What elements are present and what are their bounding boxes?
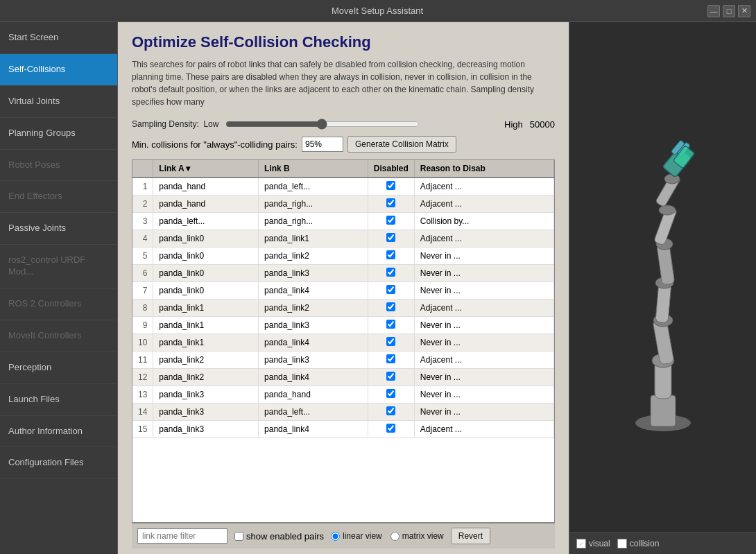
col-disabled[interactable]: Disabled xyxy=(368,160,414,178)
main-layout: Start Screen Self-Collisions Virtual Joi… xyxy=(0,22,756,554)
row-disabled[interactable] xyxy=(368,300,414,317)
collision-table-scroll[interactable]: Link A ▾ Link B Disabled Reason to Disab… xyxy=(132,160,554,522)
linear-view-label[interactable]: linear view xyxy=(331,531,382,541)
sidebar-item-launch-files[interactable]: Launch Files xyxy=(0,384,117,416)
col-reason[interactable]: Reason to Disab xyxy=(414,160,553,178)
content-main: Optimize Self-Collision Checking This se… xyxy=(118,22,569,554)
sampling-density-label: Sampling Density: Low xyxy=(132,119,218,129)
col-num xyxy=(132,160,153,178)
row-num: 13 xyxy=(132,386,153,404)
matrix-view-radio[interactable] xyxy=(390,532,400,541)
row-disabled[interactable] xyxy=(368,352,414,369)
table-row: 12 panda_link2 panda_link4 Never in ... xyxy=(132,369,554,386)
table-row: 2 panda_hand panda_righ... Adjacent ... xyxy=(132,196,554,213)
close-button[interactable]: ✕ xyxy=(738,5,750,17)
min-collisions-input[interactable] xyxy=(302,137,343,152)
row-reason: Never in ... xyxy=(414,386,553,404)
row-disabled[interactable] xyxy=(368,282,414,300)
row-disabled[interactable] xyxy=(368,213,414,230)
row-link-a: panda_link2 xyxy=(153,369,259,386)
view-controls: ✓ visual collision xyxy=(569,533,756,554)
sidebar-item-perception[interactable]: Perception xyxy=(0,352,117,384)
table-row: 10 panda_link1 panda_link4 Never in ... xyxy=(132,334,554,352)
row-link-b: panda_link2 xyxy=(259,248,368,265)
link-name-filter-input[interactable] xyxy=(137,528,227,544)
row-reason: Adjacent ... xyxy=(414,421,553,438)
sidebar-item-planning-groups[interactable]: Planning Groups xyxy=(0,118,117,150)
row-disabled[interactable] xyxy=(368,196,414,213)
show-enabled-pairs-toggle[interactable]: show enabled pairs xyxy=(234,531,324,542)
min-collisions-row: Min. collisions for "always"-colliding p… xyxy=(132,136,555,153)
row-disabled[interactable] xyxy=(368,334,414,352)
row-num: 6 xyxy=(132,265,153,282)
revert-button[interactable]: Revert xyxy=(451,528,490,544)
row-disabled[interactable] xyxy=(368,317,414,334)
row-disabled[interactable] xyxy=(368,404,414,421)
collision-checkbox-icon xyxy=(617,539,627,548)
high-label: High xyxy=(504,119,523,130)
collision-table: Link A ▾ Link B Disabled Reason to Disab… xyxy=(132,160,554,438)
row-link-a: panda_link1 xyxy=(153,334,259,352)
row-disabled[interactable] xyxy=(368,248,414,265)
table-row: 1 panda_hand panda_left... Adjacent ... xyxy=(132,178,554,196)
sampling-density-slider[interactable] xyxy=(225,118,420,130)
table-row: 3 panda_left... panda_righ... Collision … xyxy=(132,213,554,230)
col-link-a[interactable]: Link A ▾ xyxy=(153,160,259,178)
row-num: 10 xyxy=(132,334,153,352)
row-reason: Never in ... xyxy=(414,369,553,386)
row-link-b: panda_left... xyxy=(259,404,368,421)
row-disabled[interactable] xyxy=(368,421,414,438)
row-disabled[interactable] xyxy=(368,265,414,282)
row-disabled[interactable] xyxy=(368,369,414,386)
row-disabled[interactable] xyxy=(368,230,414,248)
row-num: 8 xyxy=(132,300,153,317)
visual-toggle[interactable]: ✓ visual xyxy=(576,539,610,548)
minimize-button[interactable]: — xyxy=(707,5,720,17)
sidebar-item-passive-joints[interactable]: Passive Joints xyxy=(0,213,117,245)
row-num: 9 xyxy=(132,317,153,334)
row-reason: Never in ... xyxy=(414,282,553,300)
sidebar-item-end-effectors: End Effectors xyxy=(0,181,117,213)
maximize-button[interactable]: □ xyxy=(723,5,735,17)
table-row: 4 panda_link0 panda_link1 Adjacent ... xyxy=(132,230,554,248)
svg-point-11 xyxy=(659,205,676,215)
show-enabled-checkbox[interactable] xyxy=(234,532,243,541)
row-reason: Never in ... xyxy=(414,317,553,334)
row-num: 11 xyxy=(132,352,153,369)
row-link-b: panda_link2 xyxy=(259,300,368,317)
sidebar-item-self-collisions[interactable]: Self-Collisions xyxy=(0,54,117,86)
sidebar-item-virtual-joints[interactable]: Virtual Joints xyxy=(0,86,117,118)
content-area: Optimize Self-Collision Checking This se… xyxy=(118,22,569,554)
generate-collision-matrix-button[interactable]: Generate Collision Matrix xyxy=(347,136,456,153)
row-reason: Adjacent ... xyxy=(414,352,553,369)
row-link-a: panda_link3 xyxy=(153,404,259,421)
density-value: 50000 xyxy=(530,119,555,130)
row-reason: Never in ... xyxy=(414,404,553,421)
window-controls[interactable]: — □ ✕ xyxy=(707,5,750,17)
table-row: 5 panda_link0 panda_link2 Never in ... xyxy=(132,248,554,265)
row-num: 12 xyxy=(132,369,153,386)
table-row: 6 panda_link0 panda_link3 Never in ... xyxy=(132,265,554,282)
sidebar-item-configuration-files[interactable]: Configuration Files xyxy=(0,447,117,479)
row-reason: Never in ... xyxy=(414,334,553,352)
row-link-a: panda_link0 xyxy=(153,265,259,282)
collision-label: collision xyxy=(630,539,660,548)
row-link-a: panda_left... xyxy=(153,213,259,230)
row-link-b: panda_link4 xyxy=(259,421,368,438)
collision-toggle[interactable]: collision xyxy=(617,539,660,548)
sidebar-item-robot-poses: Robot Poses xyxy=(0,150,117,182)
row-link-b: panda_link4 xyxy=(259,334,368,352)
row-disabled[interactable] xyxy=(368,178,414,196)
col-link-b[interactable]: Link B xyxy=(259,160,368,178)
sidebar-item-author-information[interactable]: Author Information xyxy=(0,416,117,448)
row-num: 14 xyxy=(132,404,153,421)
sidebar-item-start-screen[interactable]: Start Screen xyxy=(0,22,117,54)
row-link-a: panda_link3 xyxy=(153,386,259,404)
row-reason: Adjacent ... xyxy=(414,196,553,213)
row-disabled[interactable] xyxy=(368,386,414,404)
matrix-view-label[interactable]: matrix view xyxy=(390,531,444,541)
row-link-a: panda_link0 xyxy=(153,230,259,248)
row-link-b: panda_hand xyxy=(259,386,368,404)
linear-view-radio[interactable] xyxy=(331,532,340,541)
row-num: 5 xyxy=(132,248,153,265)
